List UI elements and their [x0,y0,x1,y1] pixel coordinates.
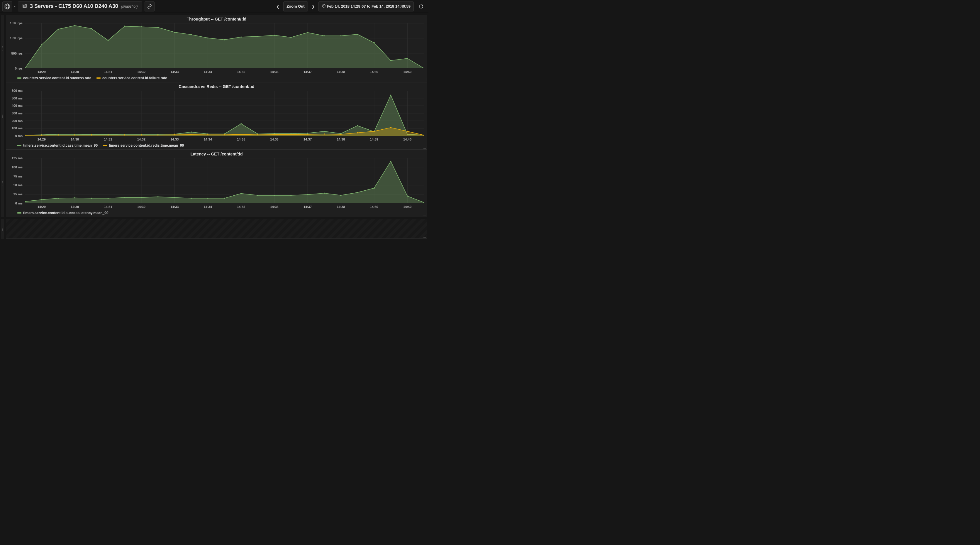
legend-item[interactable]: counters.service.content.id.success.rate [17,76,91,80]
svg-point-124 [158,134,159,135]
x-tick-label: 14:31 [104,205,112,209]
y-axis-labels: 0 rps500 rps1.0K rps1.5K rps [6,23,24,69]
svg-point-117 [41,135,42,136]
svg-point-166 [141,197,142,198]
refresh-button[interactable] [416,2,426,11]
panel-latency[interactable]: Latency -- GET /content/:id0 ms25 ms50 m… [6,150,427,217]
x-tick-label: 14:39 [370,205,378,209]
y-tick-label: 1.0K rps [10,37,22,40]
panel-cassandra_redis[interactable]: Cassandra vs Redis -- GET /content/:id0 … [6,82,427,150]
x-tick-label: 14:37 [304,205,312,209]
y-axis-labels: 0 ms25 ms50 ms75 ms100 ms125 ms [6,158,24,203]
x-axis-labels: 14:2914:3014:3114:3214:3314:3414:3514:36… [25,70,424,75]
svg-point-138 [390,127,391,128]
x-tick-label: 14:30 [71,137,79,141]
svg-point-123 [141,134,142,135]
time-range-picker[interactable]: Feb 14, 2018 14:28:07 to Feb 14, 2018 14… [318,2,414,11]
x-tick-label: 14:35 [237,70,245,73]
caret-down-icon: ▾ [14,5,16,8]
panel-row: Throughput -- GET /content/:id0 rps500 r… [1,15,427,82]
x-tick-label: 14:34 [204,70,212,73]
legend-item[interactable]: timers.service.content.id.success.latenc… [17,211,108,215]
logo-menu-button[interactable] [2,2,12,11]
x-tick-label: 14:40 [403,137,411,141]
legend-item[interactable]: counters.service.content.id.failure.rate [97,76,167,80]
y-tick-label: 75 ms [13,175,22,178]
x-tick-label: 14:35 [237,137,245,141]
x-tick-label: 14:32 [137,137,145,141]
y-tick-label: 100 ms [12,166,22,169]
svg-point-25 [74,25,75,26]
legend-item[interactable]: timers.service.content.id.cass.time.mean… [17,143,98,148]
svg-point-38 [290,37,291,38]
svg-point-174 [274,195,275,196]
svg-point-39 [307,32,308,33]
svg-point-120 [91,134,92,135]
legend-swatch [17,145,21,146]
svg-point-35 [240,37,242,38]
empty-panel[interactable] [6,219,427,239]
x-tick-label: 14:32 [137,70,145,73]
svg-point-42 [357,34,358,35]
x-tick-label: 14:31 [104,137,112,141]
x-tick-label: 14:34 [204,205,212,209]
row-drag-handle[interactable] [1,150,4,217]
y-tick-label: 0 ms [15,134,22,137]
resize-handle[interactable] [423,213,426,216]
empty-row [1,219,427,239]
svg-point-40 [324,35,325,37]
y-tick-label: 1.5K rps [10,21,22,25]
svg-point-118 [57,134,59,135]
y-tick-label: 100 ms [12,126,22,130]
y-tick-label: 125 ms [12,156,22,160]
dashboard-title-box[interactable]: 3 Servers - C175 D60 A10 D240 A30 (snaps… [18,2,142,11]
x-tick-label: 14:39 [370,137,378,141]
chart-area[interactable]: 0 ms25 ms50 ms75 ms100 ms125 ms [6,156,427,204]
x-tick-label: 14:29 [38,205,46,209]
panel-row: Cassandra vs Redis -- GET /content/:id0 … [1,82,427,150]
chart-area[interactable]: 0 ms100 ms200 ms300 ms400 ms500 ms600 ms [6,89,427,137]
time-prev-button[interactable]: ❮ [275,4,281,9]
panel-throughput[interactable]: Throughput -- GET /content/:id0 rps500 r… [6,15,427,82]
chart-area[interactable]: 0 rps500 rps1.0K rps1.5K rps [6,21,427,70]
resize-handle[interactable] [423,235,426,238]
svg-point-136 [357,132,358,134]
x-tick-label: 14:38 [337,137,345,141]
svg-point-129 [240,134,242,135]
legend-item[interactable]: timers.service.content.id.redis.time.mea… [103,143,184,148]
resize-handle[interactable] [423,78,426,81]
panel-title: Throughput -- GET /content/:id [6,15,427,21]
dashboard-subtitle: (snapshot) [121,5,138,8]
svg-point-164 [108,198,109,199]
y-tick-label: 400 ms [12,104,22,107]
svg-point-41 [340,35,341,37]
time-next-button[interactable]: ❯ [310,4,316,9]
topbar: ▾ 3 Servers - C175 D60 A10 D240 A30 (sna… [0,0,428,13]
svg-point-111 [357,125,358,126]
svg-point-36 [257,36,258,37]
svg-point-176 [307,194,308,195]
x-tick-label: 14:40 [403,70,411,73]
resize-handle[interactable] [423,146,426,149]
svg-point-24 [57,29,59,30]
row-drag-handle[interactable] [1,15,4,82]
svg-point-165 [124,197,125,198]
svg-point-101 [191,131,192,132]
svg-point-137 [374,131,375,132]
y-tick-label: 500 rps [11,52,22,55]
svg-point-179 [357,192,358,193]
panel-title: Latency -- GET /content/:id [6,150,427,156]
svg-point-167 [158,196,159,198]
x-tick-label: 14:29 [38,137,46,141]
row-drag-handle[interactable] [1,82,4,150]
zoom-out-button[interactable]: Zoom Out [283,2,308,11]
svg-point-177 [324,193,325,194]
x-tick-label: 14:39 [370,70,378,73]
svg-point-44 [390,60,391,61]
y-tick-label: 500 ms [12,97,22,100]
share-link-button[interactable] [145,2,154,11]
panel-title: Cassandra vs Redis -- GET /content/:id [6,83,427,89]
svg-point-134 [324,134,325,135]
row-drag-handle[interactable] [1,219,4,239]
svg-point-133 [307,134,308,135]
